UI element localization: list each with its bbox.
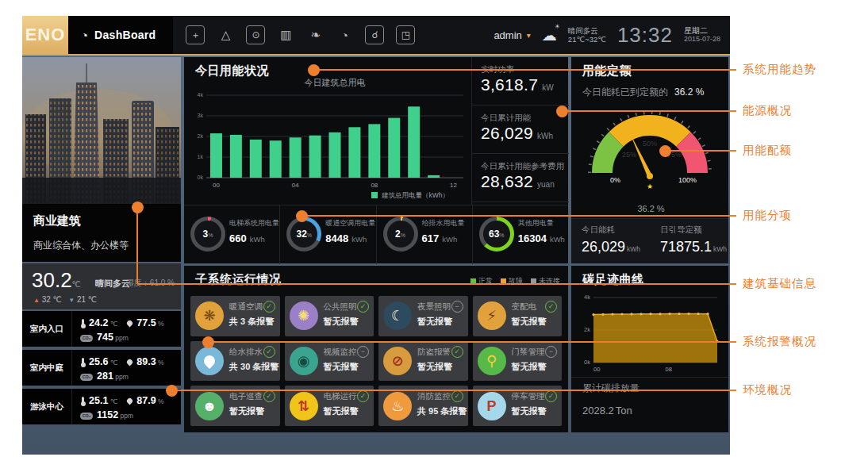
subsystem-tile[interactable]: ♨消防监控共 95 条报警✓ bbox=[378, 386, 468, 426]
annotation-line bbox=[137, 283, 736, 285]
key-icon: ⚲ bbox=[478, 347, 506, 375]
toolbar: ＋△⊙▥❧◔☌◳ bbox=[186, 25, 415, 44]
subsystem-name: 夜景照明 bbox=[417, 301, 451, 313]
alarm-triangle-icon[interactable]: △ bbox=[217, 26, 234, 44]
room-humidity: 77.5 bbox=[136, 317, 156, 328]
quota-gauge: 0% 25% 50% 75% 100% ★ bbox=[578, 100, 721, 192]
room-row: 室内入口24.2 ℃77.5 %CO₂745 ppm bbox=[22, 311, 181, 347]
thermometer-icon bbox=[82, 358, 84, 366]
annotation-dot bbox=[166, 385, 178, 397]
add-icon[interactable]: ＋ bbox=[186, 25, 205, 44]
subsystem-tile[interactable]: ⚲门禁管理暂无报警− bbox=[473, 341, 563, 382]
quota-daily-limit: 日引导定额 71875.1kWh bbox=[650, 219, 728, 263]
status-disconnected-icon: − bbox=[357, 346, 369, 358]
carbon-panel-title: 碳足迹曲线 bbox=[582, 272, 644, 287]
annotation-dot bbox=[659, 145, 671, 157]
room-co2: 1152 bbox=[97, 409, 118, 420]
room-temp: 24.2 bbox=[89, 317, 108, 328]
car-icon: P bbox=[478, 392, 506, 420]
building-info-card: 商业建筑 商业综合体、办公楼等 bbox=[22, 204, 181, 262]
subsystem-tile[interactable]: ⊘防盗报警暂无报警✓ bbox=[378, 341, 468, 382]
room-name: 室内入口 bbox=[22, 311, 72, 347]
subsystem-panel-title: 子系统运行情况 bbox=[195, 272, 282, 287]
status-disconnected-icon: − bbox=[545, 346, 557, 358]
percent-ring: 32% bbox=[286, 217, 321, 251]
camera-icon: ◉ bbox=[290, 347, 318, 375]
subsystem-name: 公共照明 bbox=[324, 301, 357, 313]
subsystem-tile[interactable]: ◉视频监控暂无报警− bbox=[285, 341, 374, 382]
status-ok-icon: ✓ bbox=[545, 390, 557, 402]
chevron-down-icon[interactable]: ▾ bbox=[527, 31, 531, 40]
user-menu[interactable]: admin bbox=[494, 29, 521, 41]
humidity-icon bbox=[126, 359, 134, 367]
humidity-icon bbox=[126, 397, 134, 405]
weather-summary: 晴间多云 21℃~32℃ bbox=[568, 26, 606, 44]
moon-icon: ☾ bbox=[383, 301, 412, 330]
annotation-dot bbox=[556, 106, 568, 117]
subsystem-alarm-text: 暂无报警 bbox=[512, 316, 547, 328]
weather-range: 21℃~32℃ bbox=[568, 35, 606, 44]
status-ok-icon: ✓ bbox=[545, 301, 557, 313]
room-humidity: 89.3 bbox=[136, 356, 156, 367]
room-name: 游泳中心 bbox=[22, 389, 72, 424]
report-list-icon[interactable]: ▥ bbox=[277, 26, 294, 44]
breakdown-value: 8448kWh bbox=[325, 232, 367, 244]
building-photo bbox=[22, 57, 181, 204]
weather-condition: 晴间多云 bbox=[568, 26, 606, 35]
subsystem-tile[interactable]: ⚡变配电暂无报警✓ bbox=[473, 296, 563, 336]
hvac-fan-icon: ❋ bbox=[195, 301, 224, 330]
data-query-icon[interactable]: ☌ bbox=[365, 25, 384, 44]
outdoor-weather-card: 30.2℃ 晴间多云 湿度：61.0 % ▲ 32 ℃ ▼ 21 ℃ bbox=[22, 263, 181, 309]
subsystem-name: 停车管理 bbox=[512, 391, 545, 402]
weekday: 星期二 bbox=[684, 26, 708, 35]
subsystem-tile[interactable]: ⇅电梯运行暂无报警✓ bbox=[285, 386, 374, 426]
page: ENO ◔ DashBoard ＋△⊙▥❧◔☌◳ admin ▾ ☁☀ 晴间多云… bbox=[0, 0, 868, 476]
subsystem-name: 视频监控 bbox=[324, 347, 357, 358]
pie-analysis-icon[interactable]: ◔ bbox=[336, 26, 353, 44]
quota-footer: 今日能耗 26,029kWh 日引导定额 71875.1kWh bbox=[571, 218, 728, 263]
annotation-line bbox=[175, 390, 736, 391]
svg-text:3k: 3k bbox=[198, 113, 204, 118]
light-bulb-icon: ✺ bbox=[290, 301, 318, 330]
annotation-vline bbox=[136, 207, 138, 284]
energy-breakdown-item: 3%电梯系统用电量660kWh bbox=[184, 205, 280, 264]
water-drop-icon bbox=[195, 347, 224, 375]
svg-text:25%: 25% bbox=[622, 151, 636, 159]
top-bar-right: admin ▾ ☁☀ 晴间多云 21℃~32℃ 13:32 星期二 2015-0… bbox=[494, 23, 730, 48]
svg-text:2k: 2k bbox=[198, 133, 204, 139]
svg-text:04: 04 bbox=[292, 182, 299, 189]
annotation-line bbox=[566, 110, 736, 112]
tab-dashboard[interactable]: ◔ DashBoard bbox=[68, 16, 173, 54]
subsystem-name: 变配电 bbox=[512, 301, 537, 313]
annotation-line bbox=[317, 69, 736, 71]
carbon-panel: 碳足迹曲线 4k2k0k0008 累计碳排放量 2028.2Ton bbox=[571, 266, 728, 432]
status-ok-icon: ✓ bbox=[263, 301, 275, 313]
annotation-line bbox=[305, 215, 736, 217]
subsystem-tile[interactable]: ☻电子巡查暂无报警✓ bbox=[190, 386, 280, 426]
energy-stats-column: 实时功率 3,618.7kW 今日累计用能 26,029kWh 今日累计用能参考… bbox=[471, 57, 569, 205]
thermometer-icon bbox=[82, 397, 84, 405]
energy-leaf-icon[interactable]: ❧ bbox=[306, 26, 324, 44]
subsystem-tile[interactable]: P停车管理暂无报警✓ bbox=[473, 386, 563, 426]
stat-realtime-power: 实时功率 3,618.7kW bbox=[472, 57, 569, 106]
percent-ring: 3% bbox=[190, 217, 225, 251]
percent-ring: 63% bbox=[479, 217, 514, 251]
eno-logo: ENO bbox=[22, 16, 68, 54]
export-window-icon[interactable]: ◳ bbox=[396, 25, 415, 44]
legend-item: 正常 bbox=[470, 276, 493, 286]
room-humidity: 87.9 bbox=[136, 395, 156, 406]
annotation-dot bbox=[296, 210, 308, 222]
status-ok-icon: ✓ bbox=[263, 390, 275, 402]
outdoor-condition: 晴间多云 bbox=[95, 278, 130, 290]
elevator-arrows-icon: ⇅ bbox=[290, 392, 318, 420]
quota-panel-title: 用能定额 bbox=[582, 63, 632, 79]
top-bar: ENO ◔ DashBoard ＋△⊙▥❧◔☌◳ admin ▾ ☁☀ 晴间多云… bbox=[22, 16, 730, 56]
subsystem-tile[interactable]: ☾夜景照明暂无报警− bbox=[378, 296, 468, 336]
power-outlet-icon[interactable]: ⊙ bbox=[246, 25, 265, 44]
subsystem-tile[interactable]: ✺公共照明暂无报警✓ bbox=[285, 296, 374, 336]
weather-icon: ☁☀ bbox=[542, 28, 557, 43]
annotation-dot bbox=[132, 202, 144, 213]
svg-text:00: 00 bbox=[593, 366, 600, 373]
subsystem-tile[interactable]: ❋暖通空调共 3 条报警✓ bbox=[190, 296, 280, 336]
annotation-label: 能源概况 bbox=[743, 103, 792, 118]
